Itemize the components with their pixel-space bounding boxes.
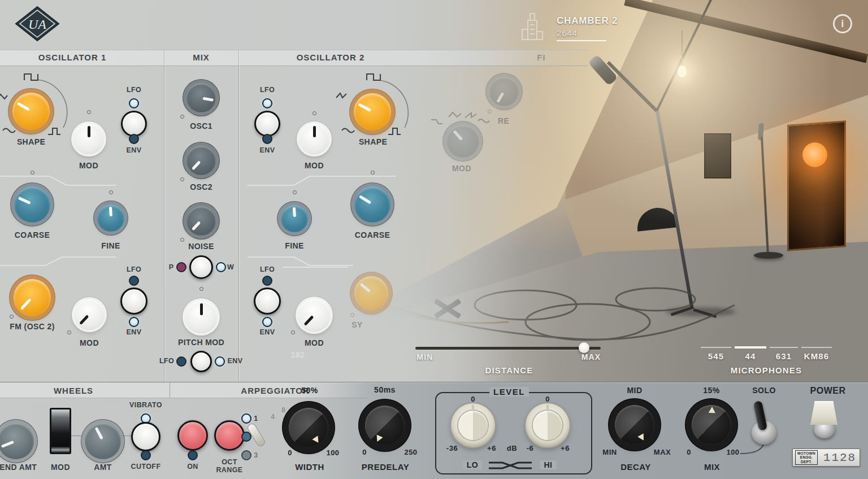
- width-knob[interactable]: [289, 408, 328, 447]
- arp-oct-1: 1: [254, 415, 258, 423]
- mix-knob-max: 100: [726, 448, 739, 456]
- motown-badge-text: MOTOWNENGG.DEPT.: [795, 450, 818, 465]
- wheels-mod-wheel[interactable]: [50, 408, 71, 454]
- plugin-window: CHAMBER 2 2644 i MIN MAX DISTANCE 545 44…: [0, 0, 868, 479]
- level-hi-label: HI: [540, 460, 557, 469]
- mix-knob-min: 0: [687, 448, 691, 456]
- width-value: 50%: [301, 386, 318, 395]
- wheels-vibrato-label: VIBRATO: [129, 401, 162, 409]
- arp-oct-3: 3: [254, 451, 258, 459]
- arp-oct-led-1: [241, 413, 251, 424]
- arp-on-led: [188, 450, 198, 460]
- decay-max: MAX: [654, 448, 671, 456]
- mix-knob-value: 15%: [703, 386, 720, 395]
- wheels-amt-knob[interactable]: [85, 423, 121, 459]
- wheels-vibrato-cutoff-button[interactable]: [131, 422, 160, 451]
- wheels-amt-label: AMT: [94, 463, 112, 472]
- arp-ghost-4: 4: [271, 413, 275, 421]
- arp-ghost-8: 8: [281, 406, 285, 414]
- level-title: LEVEL: [489, 387, 529, 397]
- arp-on-button[interactable]: [177, 420, 208, 451]
- predelay-knob[interactable]: [365, 406, 405, 445]
- solo-label: SOLO: [752, 386, 776, 395]
- arp-oct-led-3: [241, 450, 251, 460]
- arp-oct-range-button[interactable]: [214, 420, 245, 451]
- decay-knob[interactable]: [615, 405, 654, 445]
- mix-knob[interactable]: [692, 405, 731, 445]
- wheels-bend-knob[interactable]: [0, 423, 34, 459]
- width-max: 100: [326, 448, 339, 457]
- arp-oct-label-2: RANGE: [216, 466, 242, 474]
- level-lo-min: -36: [446, 444, 458, 452]
- level-hi-min: -6: [527, 444, 534, 452]
- level-db: dB: [507, 444, 517, 452]
- predelay-value: 50ms: [374, 385, 396, 394]
- decay-min: MIN: [602, 448, 617, 456]
- decay-value: MID: [627, 386, 642, 395]
- motown-badge-number: 1128: [820, 451, 860, 464]
- predelay-label: PREDELAY: [362, 462, 409, 472]
- wheels-connector-2: [121, 436, 132, 436]
- mix-knob-label: MIX: [704, 462, 720, 472]
- level-lo-top: 0: [471, 395, 475, 403]
- level-lo-knob[interactable]: [451, 403, 495, 447]
- level-lo-max: +6: [487, 444, 496, 452]
- level-hi-top: 0: [545, 395, 550, 403]
- level-hi-knob[interactable]: [526, 403, 570, 447]
- wheels-cutoff-led: [141, 450, 151, 460]
- width-label: WIDTH: [295, 462, 324, 472]
- wheels-mod-label: MOD: [51, 463, 70, 472]
- decay-label: DECAY: [620, 462, 651, 472]
- bottom-controls: BEND AMT MOD AMT VIBRATO CUTOFF ON OCT R…: [0, 0, 868, 479]
- power-label: POWER: [810, 386, 846, 396]
- arp-on-label: ON: [187, 463, 198, 471]
- predelay-min: 0: [362, 448, 367, 456]
- power-toggle[interactable]: [810, 401, 837, 425]
- predelay-max: 250: [404, 448, 417, 456]
- wheels-cutoff-label: CUTOFF: [131, 463, 161, 471]
- wheels-bend-label: BEND AMT: [0, 463, 37, 472]
- width-min: 0: [288, 448, 292, 457]
- level-lo-label: LO: [463, 460, 482, 469]
- motown-badge: MOTOWNENGG.DEPT. 1128: [792, 448, 860, 467]
- arp-oct-label-1: OCT: [222, 458, 237, 466]
- crossover-icon: [488, 460, 533, 471]
- level-hi-max: +6: [561, 444, 570, 452]
